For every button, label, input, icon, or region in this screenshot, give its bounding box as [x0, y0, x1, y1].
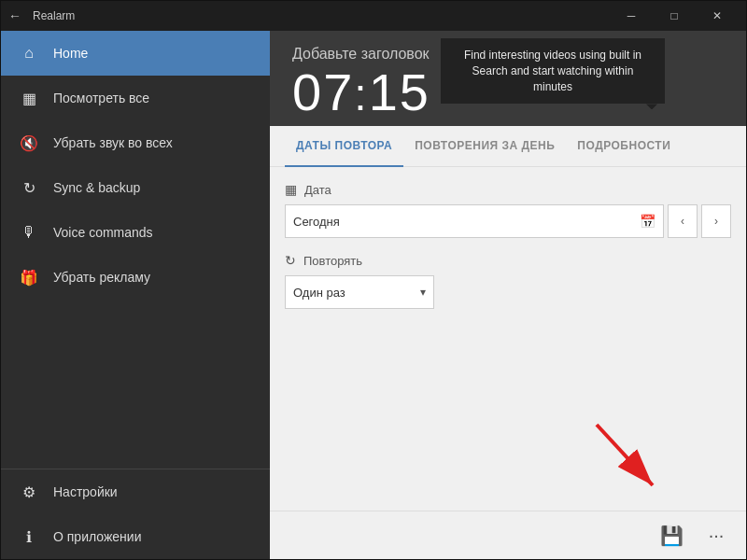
more-button[interactable]: ···: [698, 517, 735, 554]
sidebar-label-remove-ads: Убрать рекламу: [53, 270, 150, 285]
sidebar-item-about[interactable]: ℹ О приложении: [1, 514, 270, 559]
sidebar-label-settings: Настройки: [53, 484, 118, 499]
next-date-button[interactable]: ›: [701, 204, 731, 238]
tab-repeats[interactable]: ПОВТОРЕНИЯ ЗА ДЕНЬ: [403, 126, 566, 167]
settings-icon: ⚙: [20, 483, 38, 501]
repeat-label: ↻ Повторять: [285, 253, 731, 268]
home-icon: ⌂: [20, 45, 38, 62]
form-content: ▦ Дата Сегодня 📅 ‹ ›: [270, 167, 746, 511]
tooltip-banner: Find interesting videos using built in S…: [441, 38, 665, 104]
sidebar-label-about: О приложении: [53, 529, 141, 544]
repeat-select[interactable]: Один раз ▾: [285, 275, 434, 309]
date-label-text: Дата: [304, 183, 331, 197]
view-all-icon: ▦: [20, 90, 38, 107]
sidebar-item-remove-ads[interactable]: 🎁 Убрать рекламу: [1, 255, 270, 300]
date-field-row: Сегодня 📅 ‹ ›: [285, 204, 731, 238]
repeat-label-text: Повторять: [303, 254, 362, 268]
chevron-down-icon: ▾: [420, 286, 426, 299]
date-label-icon: ▦: [285, 182, 297, 197]
app-window: ← Realarm ─ □ ✕ ⌂ Home ▦ Посмотреть все …: [0, 0, 747, 560]
sidebar-label-mute-all: Убрать звук во всех: [53, 135, 173, 150]
date-field-group: ▦ Дата Сегодня 📅 ‹ ›: [285, 182, 731, 238]
date-input[interactable]: Сегодня 📅: [285, 204, 664, 238]
app-title: Realarm: [33, 9, 610, 22]
sidebar-item-view-all[interactable]: ▦ Посмотреть все: [1, 76, 270, 120]
date-label: ▦ Дата: [285, 182, 731, 197]
tab-dates[interactable]: ДАТЫ ПОВТОРА: [285, 126, 403, 167]
main-panel: Find interesting videos using built in S…: [270, 31, 746, 559]
alarm-minute: 15: [369, 63, 430, 121]
about-icon: ℹ: [20, 528, 38, 546]
repeat-value: Один раз: [293, 286, 345, 300]
sidebar-nav: ⌂ Home ▦ Посмотреть все 🔇 Убрать звук во…: [1, 31, 270, 469]
save-button[interactable]: 💾: [653, 517, 690, 554]
titlebar: ← Realarm ─ □ ✕: [1, 1, 746, 31]
remove-ads-icon: 🎁: [20, 269, 38, 287]
bottom-bar: 💾 ···: [270, 511, 746, 559]
sidebar-bottom: ⚙ Настройки ℹ О приложении: [1, 469, 270, 559]
sidebar-item-mute-all[interactable]: 🔇 Убрать звук во всех: [1, 120, 270, 165]
sidebar-label-voice: Voice commands: [53, 225, 153, 240]
mute-all-icon: 🔇: [20, 134, 38, 152]
content-area: ДАТЫ ПОВТОРАПОВТОРЕНИЯ ЗА ДЕНЬПОДРОБНОСТ…: [270, 126, 746, 559]
close-button[interactable]: ✕: [696, 1, 739, 31]
sidebar-label-view-all: Посмотреть все: [53, 91, 149, 105]
prev-date-button[interactable]: ‹: [668, 204, 698, 238]
window-controls: ─ □ ✕: [610, 1, 739, 31]
calendar-icon: 📅: [640, 214, 655, 229]
sidebar-label-home: Home: [53, 46, 88, 61]
back-button[interactable]: ←: [8, 8, 21, 23]
date-value: Сегодня: [293, 215, 340, 229]
tabs-row: ДАТЫ ПОВТОРАПОВТОРЕНИЯ ЗА ДЕНЬПОДРОБНОСТ…: [270, 126, 746, 167]
alarm-hour: 07: [292, 63, 354, 121]
sidebar: ⌂ Home ▦ Посмотреть все 🔇 Убрать звук во…: [1, 31, 270, 559]
sidebar-item-sync[interactable]: ↻ Sync & backup: [1, 165, 270, 210]
sync-icon: ↻: [20, 179, 38, 197]
sidebar-item-home[interactable]: ⌂ Home: [1, 31, 270, 76]
voice-icon: 🎙: [20, 224, 38, 241]
tooltip-text: Find interesting videos using built in S…: [464, 49, 641, 93]
tab-details[interactable]: ПОДРОБНОСТИ: [566, 126, 682, 167]
repeat-field-group: ↻ Повторять Один раз ▾: [285, 253, 731, 309]
sidebar-label-sync: Sync & backup: [53, 180, 140, 195]
minimize-button[interactable]: ─: [610, 1, 653, 31]
maximize-button[interactable]: □: [653, 1, 696, 31]
colon: :: [354, 70, 368, 119]
app-body: ⌂ Home ▦ Посмотреть все 🔇 Убрать звук во…: [1, 31, 746, 559]
sidebar-item-voice[interactable]: 🎙 Voice commands: [1, 210, 270, 255]
repeat-label-icon: ↻: [285, 253, 296, 268]
sidebar-item-settings[interactable]: ⚙ Настройки: [1, 469, 270, 514]
